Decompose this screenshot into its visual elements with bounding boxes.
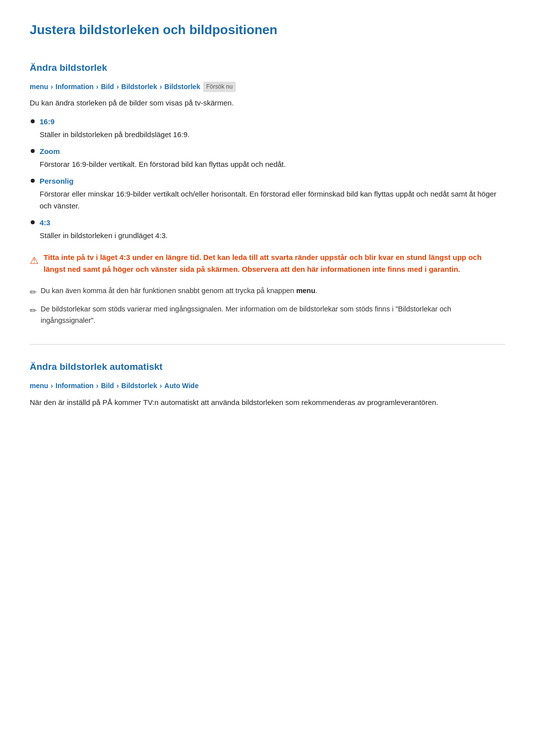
note-text-1: Du kan även komma åt den här funktionen … bbox=[41, 285, 318, 297]
breadcrumb-bildstorlek2: Bildstorlek bbox=[164, 81, 200, 92]
section-change-size: Ändra bildstorlek menu › Information › B… bbox=[30, 60, 505, 326]
breadcrumb2-information: Information bbox=[55, 380, 94, 391]
bullet-list: 16:9 Ställer in bildstorleken på bredbil… bbox=[40, 116, 505, 242]
page-title: Justera bildstorleken och bildpositionen bbox=[30, 20, 505, 45]
list-item-169: 16:9 Ställer in bildstorleken på bredbil… bbox=[40, 116, 505, 141]
pencil-icon-1: ✏ bbox=[30, 286, 37, 299]
breadcrumb2-sep-3: › bbox=[116, 380, 119, 391]
breadcrumb2-autowide: Auto Wide bbox=[164, 380, 199, 391]
note-item-1: ✏ Du kan även komma åt den här funktione… bbox=[30, 285, 505, 299]
term-zoom: Zoom bbox=[40, 146, 505, 157]
warning-box: ⚠ Titta inte på tv i läget 4:3 under en … bbox=[30, 252, 505, 275]
breadcrumb-menu: menu bbox=[30, 81, 48, 92]
breadcrumb-sep-2: › bbox=[96, 81, 99, 92]
breadcrumb-sep-3: › bbox=[116, 81, 119, 92]
term-169: 16:9 bbox=[40, 116, 505, 128]
list-item-43: 4:3 Ställer in bildstorleken i grundläge… bbox=[40, 217, 505, 242]
breadcrumb-bild: Bild bbox=[101, 81, 114, 92]
breadcrumb-sep-1: › bbox=[51, 81, 53, 92]
notes-group: ✏ Du kan även komma åt den här funktione… bbox=[30, 285, 505, 326]
breadcrumb2-bildstorlek: Bildstorlek bbox=[121, 380, 157, 391]
bullet-dot-1 bbox=[31, 119, 35, 123]
section2-title: Ändra bildstorlek automatiskt bbox=[30, 359, 505, 374]
breadcrumb-information: Information bbox=[55, 81, 94, 92]
desc-zoom: Förstorar 16:9-bilder vertikalt. En förs… bbox=[40, 158, 505, 170]
term-43: 4:3 bbox=[40, 217, 505, 229]
bullet-dot-2 bbox=[31, 149, 35, 153]
desc-personlig: Förstorar eller minskar 16:9-bilder vert… bbox=[40, 188, 505, 212]
section-auto-size: Ändra bildstorlek automatiskt menu › Inf… bbox=[30, 359, 505, 408]
breadcrumb-2: menu › Information › Bild › Bildstorlek … bbox=[30, 380, 505, 391]
breadcrumb-sep-4: › bbox=[160, 81, 162, 92]
note-item-2: ✏ De bildstorlekar som stöds varierar me… bbox=[30, 303, 505, 326]
bullet-dot-3 bbox=[31, 179, 35, 183]
breadcrumb-bildstorlek: Bildstorlek bbox=[121, 81, 157, 92]
list-item-personlig: Personlig Förstorar eller minskar 16:9-b… bbox=[40, 175, 505, 212]
breadcrumb2-sep-2: › bbox=[96, 380, 99, 391]
section-divider bbox=[30, 344, 505, 345]
breadcrumb2-sep-4: › bbox=[160, 380, 162, 391]
section2-intro: När den är inställd på PÅ kommer TV:n au… bbox=[30, 397, 505, 408]
term-personlig: Personlig bbox=[40, 175, 505, 187]
warning-text: Titta inte på tv i läget 4:3 under en lä… bbox=[44, 252, 505, 275]
breadcrumb2-sep-1: › bbox=[51, 380, 53, 391]
note-text-2: De bildstorlekar som stöds varierar med … bbox=[41, 303, 505, 326]
breadcrumb-1: menu › Information › Bild › Bildstorlek … bbox=[30, 81, 505, 92]
breadcrumb2-menu: menu bbox=[30, 380, 48, 391]
bullet-dot-4 bbox=[31, 220, 35, 224]
pencil-icon-2: ✏ bbox=[30, 304, 37, 317]
desc-43: Ställer in bildstorleken i grundläget 4:… bbox=[40, 230, 505, 242]
try-now-badge[interactable]: Försök nu bbox=[203, 82, 235, 92]
section1-intro: Du kan ändra storleken på de bilder som … bbox=[30, 97, 505, 109]
warning-icon: ⚠ bbox=[30, 252, 39, 268]
list-item-zoom: Zoom Förstorar 16:9-bilder vertikalt. En… bbox=[40, 146, 505, 170]
section1-title: Ändra bildstorlek bbox=[30, 60, 505, 75]
desc-169: Ställer in bildstorleken på bredbildsläg… bbox=[40, 129, 505, 141]
breadcrumb2-bild: Bild bbox=[101, 380, 114, 391]
